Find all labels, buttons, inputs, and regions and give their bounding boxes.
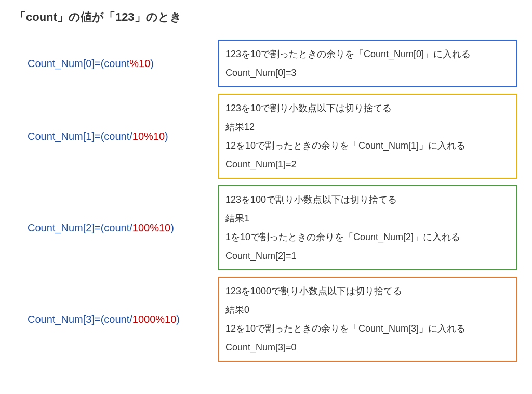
explain-line: 結果12 — [225, 117, 510, 136]
explain-line: 結果1 — [225, 209, 510, 228]
formula-pre: Count_Num[1]=(count/ — [28, 130, 132, 142]
formula-0: Count_Num[0]=(count%10) — [28, 58, 212, 70]
title-var: count — [26, 10, 57, 23]
formula-pre: Count_Num[0]=(count — [28, 58, 129, 69]
formula-highlight: 1000%10 — [132, 313, 177, 325]
explain-line: Count_Num[1]=2 — [225, 155, 510, 174]
title-mid: 」の値が「 — [57, 10, 115, 23]
explain-line: 123を1000で割り小数点以下は切り捨てる — [225, 282, 510, 300]
formula-post: ) — [150, 58, 154, 69]
explain-box-1: 123を10で割り小数点以下は切り捨てる 結果12 12を10で割ったときの余り… — [218, 94, 517, 179]
explain-box-0: 123を10で割ったときの余りを「Count_Num[0]」に入れる Count… — [218, 40, 517, 87]
explain-line: Count_Num[0]=3 — [225, 63, 510, 82]
row-0: Count_Num[0]=(count%10) 123を10で割ったときの余りを… — [28, 40, 517, 87]
title-bracket-open: 「 — [15, 10, 26, 23]
formula-post: ) — [170, 222, 174, 233]
formula-post: ) — [176, 313, 180, 325]
formula-pre: Count_Num[3]=(count/ — [28, 313, 132, 325]
row-2: Count_Num[2]=(count/100%10) 123を100で割り小数… — [28, 185, 517, 270]
row-3: Count_Num[3]=(count/1000%10) 123を1000で割り… — [28, 277, 517, 362]
formula-2: Count_Num[2]=(count/100%10) — [28, 222, 212, 234]
explain-line: 123を100で割り小数点以下は切り捨てる — [225, 190, 510, 209]
explain-box-3: 123を1000で割り小数点以下は切り捨てる 結果0 12を10で割ったときの余… — [218, 277, 517, 362]
formula-3: Count_Num[3]=(count/1000%10) — [28, 313, 212, 325]
title-value: 123 — [115, 10, 135, 23]
explain-line: 123を10で割ったときの余りを「Count_Num[0]」に入れる — [225, 45, 510, 63]
formula-highlight: %10 — [129, 58, 150, 69]
formula-highlight: 10%10 — [132, 130, 165, 142]
explain-line: 12を10で割ったときの余りを「Count_Num[1]」に入れる — [225, 136, 510, 155]
title-tail: 」のとき — [135, 10, 182, 23]
explain-line: Count_Num[3]=0 — [225, 338, 510, 357]
explain-line: 結果0 — [225, 300, 510, 319]
formula-1: Count_Num[1]=(count/10%10) — [28, 130, 212, 142]
explain-line: 1を10で割ったときの余りを「Count_Num[2]」に入れる — [225, 228, 510, 246]
formula-post: ) — [165, 130, 168, 142]
page-title: 「count」の値が「123」のとき — [15, 9, 517, 25]
explain-line: 12を10で割ったときの余りを「Count_Num[3]」に入れる — [225, 319, 510, 338]
row-1: Count_Num[1]=(count/10%10) 123を10で割り小数点以… — [28, 94, 517, 179]
formula-highlight: 100%10 — [132, 222, 170, 233]
formula-pre: Count_Num[2]=(count/ — [28, 222, 132, 233]
explain-line: 123を10で割り小数点以下は切り捨てる — [225, 99, 510, 117]
explain-box-2: 123を100で割り小数点以下は切り捨てる 結果1 1を10で割ったときの余りを… — [218, 185, 517, 270]
explain-line: Count_Num[2]=1 — [225, 246, 510, 265]
